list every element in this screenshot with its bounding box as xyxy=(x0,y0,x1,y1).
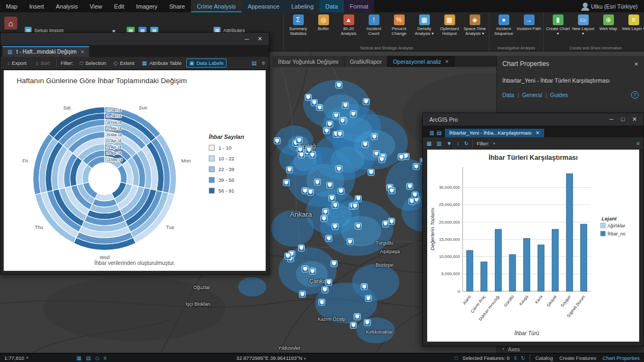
fields-icon[interactable]: ▦ xyxy=(427,141,431,146)
ribbon-tab-share[interactable]: Share xyxy=(163,0,191,12)
coordinates-display[interactable]: 32.8772985°E 39.9641193°N ▾ xyxy=(188,355,354,361)
incident-shield-icon[interactable] xyxy=(363,98,370,105)
map-tab-i-hbar-yo-unluk-de-i-imi[interactable]: İhbar Yoğunluk Değişimi xyxy=(273,56,345,67)
incident-sequence-button[interactable]: ●Incident Sequence xyxy=(491,13,516,36)
incident-shield-icon[interactable] xyxy=(362,141,369,148)
map-scale-control[interactable]: 1:77,810▾ xyxy=(0,355,28,361)
home-icon[interactable]: ⌂ xyxy=(4,17,17,29)
bar[interactable] xyxy=(495,230,501,291)
incident-shield-icon[interactable] xyxy=(336,130,343,137)
minimize-icon[interactable]: ─ xyxy=(245,36,249,42)
ribbon-tab-view[interactable]: View xyxy=(84,0,108,12)
ribbon-tab-edit[interactable]: Edit xyxy=(108,0,130,12)
incident-shield-icon[interactable] xyxy=(297,146,304,153)
map-tab-grafik-rapor[interactable]: Grafik/Rapor xyxy=(345,56,388,67)
ribbon-tab-data[interactable]: Data xyxy=(319,0,343,12)
incident-shield-icon[interactable] xyxy=(368,169,375,176)
sort-button[interactable]: ↕Sort xyxy=(33,58,52,68)
selection-button[interactable]: □Selection xyxy=(77,58,109,68)
incident-shield-icon[interactable] xyxy=(350,110,357,117)
incident-shield-icon[interactable] xyxy=(331,260,338,267)
menu-icon[interactable]: ≡ xyxy=(262,60,265,66)
incident-shield-icon[interactable] xyxy=(307,189,314,196)
series-icon[interactable]: ▥ xyxy=(436,141,441,146)
incident-shield-icon[interactable] xyxy=(355,223,362,230)
extent-button[interactable]: ◇Extent xyxy=(111,58,137,68)
incident-shield-icon[interactable] xyxy=(388,218,395,225)
incident-shield-icon[interactable] xyxy=(321,286,328,293)
swap-axes-icon[interactable]: ↕ xyxy=(457,141,459,146)
incident-shield-icon[interactable] xyxy=(284,253,291,260)
incident-shield-icon[interactable] xyxy=(333,112,340,119)
ribbon-tab-imagery[interactable]: Imagery xyxy=(130,0,164,12)
summary-statistics-button[interactable]: ΣSummary Statistics xyxy=(286,13,311,36)
incident-shield-icon[interactable] xyxy=(352,202,358,209)
incident-shield-icon[interactable] xyxy=(314,179,321,186)
sync-icon[interactable]: ↻ xyxy=(521,355,525,361)
incident-shield-icon[interactable] xyxy=(342,102,349,109)
incident-shield-icon[interactable] xyxy=(335,82,342,88)
bar[interactable] xyxy=(566,174,573,291)
incident-shield-icon[interactable] xyxy=(305,146,312,153)
ribbon-tab-appearance[interactable]: Appearance xyxy=(241,0,285,12)
pause-icon[interactable]: ‖ xyxy=(515,355,517,361)
incident-count-button[interactable]: !Incident Count xyxy=(361,13,386,36)
minimize-icon[interactable]: ─ xyxy=(609,116,613,123)
properties-tab-guides[interactable]: Guides xyxy=(550,92,568,98)
incident-shield-icon[interactable] xyxy=(326,182,333,189)
bar-chart-tab[interactable]: İhbarlar_Yeni - İhba...Karşılaştırması ✕ xyxy=(445,129,544,137)
buffer-button[interactable]: ◎Buffer xyxy=(311,13,336,36)
snap-icon[interactable]: ▦ xyxy=(77,355,82,361)
bar[interactable] xyxy=(538,245,544,291)
incident-shield-icon[interactable] xyxy=(365,295,372,302)
incident-shield-icon[interactable] xyxy=(322,208,329,215)
close-tab-icon[interactable]: ✕ xyxy=(80,49,85,55)
user-account[interactable]: Utku (Esri Türkiye) xyxy=(583,0,644,12)
statusbar-tab-catalog[interactable]: Catalog xyxy=(535,355,553,361)
close-tab-icon[interactable]: ✕ xyxy=(536,130,540,136)
incident-shield-icon[interactable] xyxy=(305,94,312,101)
ribbon-tab-format[interactable]: Format xyxy=(344,0,375,12)
new-layout-button[interactable]: ▭New Layout ▾ xyxy=(570,13,596,36)
incident-shield-icon[interactable] xyxy=(326,121,333,128)
maximize-icon[interactable]: □ xyxy=(621,116,625,123)
incident-shield-icon[interactable] xyxy=(413,163,420,170)
incident-shield-icon[interactable] xyxy=(339,117,346,124)
incident-shield-icon[interactable] xyxy=(325,235,332,242)
web-layer-button[interactable]: ≡Web Layer ▾ xyxy=(621,13,644,36)
incident-shield-icon[interactable] xyxy=(382,220,389,227)
bar[interactable] xyxy=(552,230,559,291)
incident-shield-icon[interactable] xyxy=(347,238,354,245)
close-tab-icon[interactable]: ✕ xyxy=(445,59,449,64)
funnel-icon[interactable]: ▼ xyxy=(447,141,452,146)
bar[interactable] xyxy=(481,262,487,291)
chart-tab[interactable]: ▥ t - Haft...mındaki Değişim ✕ xyxy=(3,46,89,57)
incident-shield-icon[interactable] xyxy=(283,179,290,186)
incident-shield-icon[interactable] xyxy=(296,137,303,144)
incident-shield-icon[interactable] xyxy=(350,322,357,329)
layers-icon[interactable]: ≡ xyxy=(104,355,107,361)
incident-shield-icon[interactable] xyxy=(361,283,368,290)
incident-shield-icon[interactable] xyxy=(389,187,396,194)
close-icon[interactable]: ✕ xyxy=(258,35,262,42)
properties-list-icon[interactable]: ≡ xyxy=(636,141,640,146)
ribbon-tab-insert[interactable]: Insert xyxy=(23,0,50,12)
incident-shield-icon[interactable] xyxy=(286,166,293,173)
space-time-button[interactable]: ◈Space-Time Analysis ▾ xyxy=(462,13,487,36)
help-icon[interactable]: ? xyxy=(631,91,639,99)
ribbon-tab-map[interactable]: Map xyxy=(0,0,23,12)
properties-tab-data[interactable]: Data xyxy=(502,92,514,98)
ribbon-tab-crime-analysis[interactable]: Crime Analysis xyxy=(191,0,242,12)
optimized-hotspot-button[interactable]: ▩Optimized Hotspot xyxy=(437,13,462,36)
incident-shield-icon[interactable] xyxy=(328,195,335,202)
close-icon[interactable]: ✕ xyxy=(634,61,639,67)
incident-shield-icon[interactable] xyxy=(316,104,323,111)
incident-shield-icon[interactable] xyxy=(406,183,413,190)
create-chart-button[interactable]: ▮Create Chart ▾ xyxy=(545,13,570,36)
incident-shield-icon[interactable] xyxy=(325,279,332,286)
bar[interactable] xyxy=(466,250,473,291)
incident-shield-icon[interactable] xyxy=(318,299,325,306)
grid-icon[interactable]: ▤ xyxy=(86,355,91,361)
incident-shield-icon[interactable] xyxy=(298,245,305,252)
statusbar-tab-chart-properties[interactable]: Chart Properties xyxy=(603,355,640,361)
